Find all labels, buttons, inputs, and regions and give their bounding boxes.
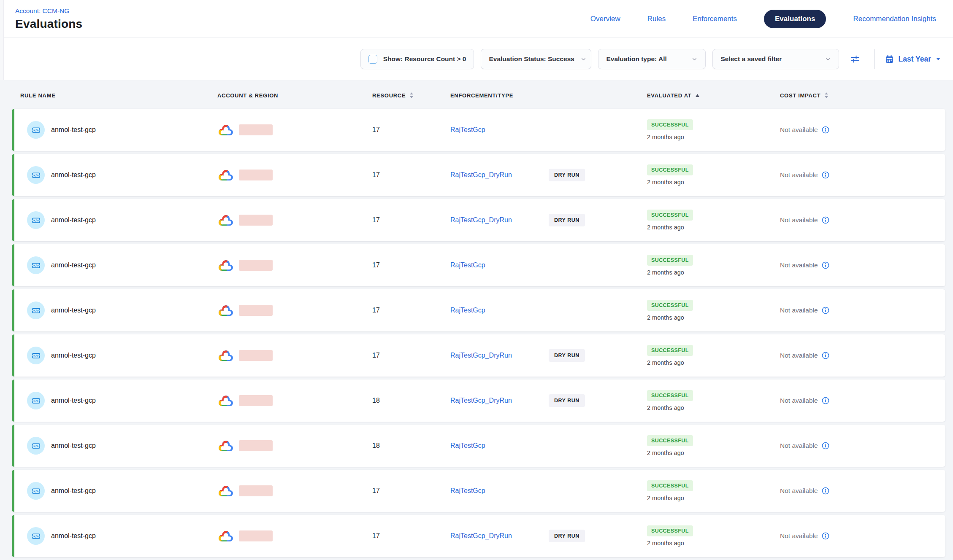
redacted-account-id [239,350,273,361]
column-header-cost-impact[interactable]: COST IMPACT [770,92,945,99]
svg-text:</>: </> [33,264,38,267]
evaluated-time: 2 months ago [647,314,684,321]
filter-settings-button[interactable] [846,50,864,68]
enforcement-cell: RajTestGcp [441,126,635,134]
enforcement-link[interactable]: RajTestGcp_DryRun [450,532,512,539]
table-row[interactable]: </> anmol-test-gcp [12,199,945,241]
table-row[interactable]: </> anmol-test-gcp [12,470,945,512]
enforcement-link[interactable]: RajTestGcp_DryRun [450,171,512,178]
rule-name: anmol-test-gcp [51,261,96,269]
resource-count-cell: 17 [363,487,441,495]
table-row[interactable]: </> anmol-test-gcp [12,515,945,557]
breadcrumb-account-link[interactable]: Account: CCM-NG [15,7,82,15]
nav-tab-enforcements[interactable]: Enforcements [693,15,737,23]
rule-name: anmol-test-gcp [51,397,96,404]
dry-run-badge: DRY RUN [549,394,585,407]
gcp-cloud-icon [217,394,234,407]
nav-tab-rules[interactable]: Rules [647,15,666,23]
svg-text:</>: </> [33,354,38,357]
redacted-account-id [239,485,273,496]
enforcement-link[interactable]: RajTestGcp [450,261,485,269]
evaluated-at-cell: SUCCESSFUL 2 months ago [635,435,770,456]
svg-text:</>: </> [33,399,38,402]
info-icon[interactable] [822,487,829,495]
evaluated-at-cell: SUCCESSFUL 2 months ago [635,390,770,411]
nav-tab-recommendation-insights[interactable]: Recommendation Insights [853,15,936,23]
rule-name-cell: </> anmol-test-gcp [14,211,217,229]
resource-count-cell: 17 [363,216,441,224]
rule-name: anmol-test-gcp [51,442,96,450]
sort-ascending-icon[interactable] [695,94,700,97]
enforcement-link[interactable]: RajTestGcp [450,126,485,133]
table-body: </> anmol-test-gcp [0,109,953,557]
table-row[interactable]: </> anmol-test-gcp [12,154,945,196]
rule-name-cell: </> anmol-test-gcp [14,437,217,455]
evaluation-type-dropdown[interactable]: Evaluation type: All [598,49,706,69]
column-header-evaluated-at[interactable]: EVALUATED AT [635,92,770,99]
table-header-row: RULE NAME ACCOUNT & REGION RESOURCE ENFO… [20,80,945,109]
enforcement-cell: RajTestGcp_DryRun DRY RUN [441,214,635,226]
chevron-down-icon [580,56,587,62]
column-header-account-region[interactable]: ACCOUNT & REGION [217,92,363,99]
table-row[interactable]: </> anmol-test-gcp [12,334,945,377]
enforcement-link[interactable]: RajTestGcp_DryRun [450,397,512,404]
evaluated-at-cell: SUCCESSFUL 2 months ago [635,300,770,321]
resource-count-label: Show: Resource Count > 0 [383,55,466,63]
resource-count-filter-toggle[interactable]: Show: Resource Count > 0 [360,49,474,69]
rule-name-cell: </> anmol-test-gcp [14,121,217,139]
resource-count-cell: 17 [363,261,441,269]
enforcement-link[interactable]: RajTestGcp [450,487,485,494]
rule-name: anmol-test-gcp [51,532,96,540]
enforcement-link[interactable]: RajTestGcp_DryRun [450,352,512,359]
info-icon[interactable] [822,126,829,134]
column-header-resource[interactable]: RESOURCE [363,92,441,99]
column-header-enforcement-type[interactable]: ENFORCEMENT/TYPE [441,92,635,99]
evaluated-time: 2 months ago [647,224,684,231]
info-icon[interactable] [822,307,829,314]
rule-name-cell: </> anmol-test-gcp [14,166,217,184]
info-icon[interactable] [822,532,829,540]
sort-both-icon[interactable] [409,92,414,99]
cost-impact-value: Not available [780,532,818,540]
svg-text:</>: </> [33,173,38,177]
resource-count-cell: 17 [363,171,441,179]
table-row[interactable]: </> anmol-test-gcp [12,380,945,422]
table-row[interactable]: </> anmol-test-gcp [12,109,945,151]
title-block: Account: CCM-NG Evaluations [11,7,82,31]
gcp-cloud-icon [217,214,234,227]
info-icon[interactable] [822,261,829,269]
info-icon[interactable] [822,442,829,450]
evaluation-status-dropdown[interactable]: Evaluation Status: Success [481,49,591,69]
governance-rule-icon: </> [27,256,45,274]
resource-count-checkbox[interactable] [368,55,377,64]
info-icon[interactable] [822,352,829,359]
table-row[interactable]: </> anmol-test-gcp [12,244,945,286]
evaluated-at-cell: SUCCESSFUL 2 months ago [635,255,770,276]
evaluated-time: 2 months ago [647,179,684,186]
sort-both-icon[interactable] [824,92,828,99]
redacted-account-id [239,124,273,135]
date-range-picker[interactable]: Last Year [885,55,941,64]
enforcement-link[interactable]: RajTestGcp [450,442,485,449]
evaluated-time: 2 months ago [647,495,684,501]
column-header-rule-name[interactable]: RULE NAME [20,92,217,99]
saved-filter-dropdown[interactable]: Select a saved filter [712,49,839,69]
table-row[interactable]: </> anmol-test-gcp [12,425,945,467]
cost-impact-value: Not available [780,216,818,224]
cost-impact-cell: Not available [770,532,945,540]
enforcement-link[interactable]: RajTestGcp [450,307,485,314]
resource-count-cell: 17 [363,352,441,359]
cost-impact-value: Not available [780,487,818,495]
cost-impact-cell: Not available [770,442,945,450]
nav-tab-evaluations-active[interactable]: Evaluations [764,10,826,28]
table-row[interactable]: </> anmol-test-gcp [12,289,945,331]
account-region-cell [217,304,363,317]
info-icon[interactable] [822,216,829,224]
info-icon[interactable] [822,171,829,179]
info-icon[interactable] [822,397,829,404]
redacted-account-id [239,260,273,271]
cost-impact-cell: Not available [770,397,945,404]
cost-impact-value: Not available [780,397,818,404]
enforcement-link[interactable]: RajTestGcp_DryRun [450,216,512,223]
nav-tab-overview[interactable]: Overview [590,15,620,23]
